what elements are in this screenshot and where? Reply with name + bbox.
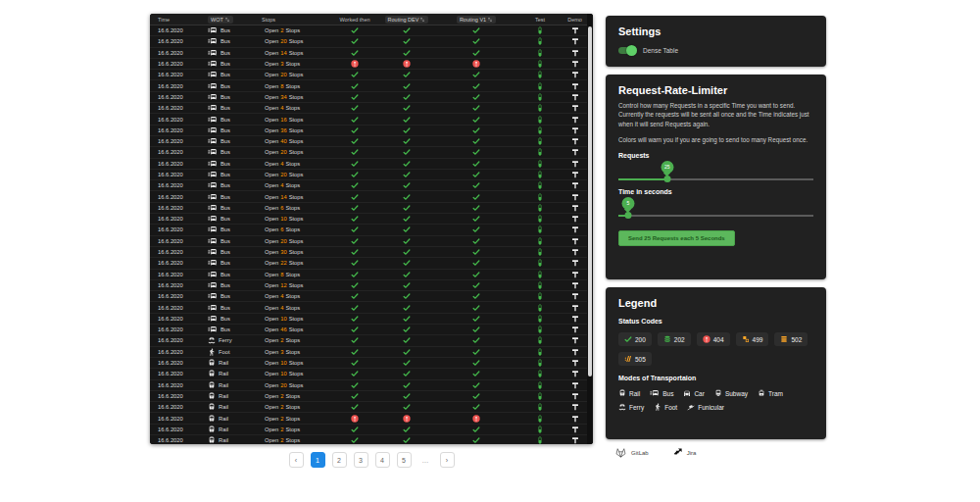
car-icon xyxy=(683,389,691,397)
test-cell xyxy=(517,82,563,90)
check-icon xyxy=(403,436,411,444)
transport-mode-bus: Bus xyxy=(650,389,673,397)
table-row: 16.6.2020BusOpen8Stops xyxy=(150,270,593,280)
test-cell xyxy=(517,104,563,112)
hammer-icon xyxy=(571,359,579,367)
routing-v1-status xyxy=(435,381,517,389)
hammer-icon xyxy=(571,436,579,444)
check-icon xyxy=(403,215,411,223)
bus-icon xyxy=(208,259,218,267)
send-requests-button[interactable]: Send 25 Requests each 5 Seconds xyxy=(618,230,735,246)
check-icon xyxy=(403,403,411,411)
next-page-button[interactable]: › xyxy=(440,452,455,468)
hammer-icon xyxy=(571,426,579,433)
wot-cell: Bus xyxy=(203,82,257,90)
routing-v1-status xyxy=(435,93,517,101)
page-button-3[interactable]: 3 xyxy=(354,452,368,468)
sort-button-routing-dev[interactable]: Routing DEV xyxy=(385,16,429,24)
check-icon xyxy=(403,204,411,212)
check-icon xyxy=(351,392,359,400)
check-icon xyxy=(403,104,411,112)
rate-limiter-warning: Colors will warn you if you are going to… xyxy=(618,135,813,144)
demo-cell xyxy=(563,403,587,411)
worked-then-status xyxy=(331,204,378,212)
page-button-5[interactable]: 5 xyxy=(397,452,412,468)
requests-slider[interactable]: 25 xyxy=(618,174,813,182)
hammer-icon xyxy=(571,403,579,411)
check-icon xyxy=(351,259,359,267)
routing-v1-status xyxy=(435,82,517,90)
demo-cell xyxy=(563,226,587,233)
routing-dev-status xyxy=(378,271,435,278)
stops-cell: Open20Stops xyxy=(257,38,331,44)
requests-slider-track[interactable] xyxy=(618,178,813,180)
time-slider-thumb[interactable] xyxy=(624,212,631,219)
footer-link-jira[interactable]: Jira xyxy=(672,447,697,458)
bus-icon xyxy=(208,160,218,168)
test-cell xyxy=(517,160,563,168)
test-tube-icon xyxy=(536,171,544,178)
table-scrollbar[interactable] xyxy=(587,14,593,444)
time-cell: 16.6.2020 xyxy=(150,138,203,144)
routing-v1-status xyxy=(435,348,517,356)
column-header-demo: Demo xyxy=(567,17,582,23)
check-icon xyxy=(351,226,359,233)
prev-page-button[interactable]: ‹ xyxy=(289,452,304,468)
time-slider-track[interactable] xyxy=(618,215,813,217)
demo-cell xyxy=(563,71,587,78)
routing-v1-status xyxy=(435,226,517,233)
bus-icon xyxy=(208,49,218,57)
wot-cell: Bus xyxy=(203,315,257,323)
demo-cell xyxy=(563,82,587,90)
table-row: 16.6.2020BusOpen14Stops xyxy=(150,48,593,59)
worked-then-status xyxy=(331,226,378,233)
time-cell: 16.6.2020 xyxy=(150,393,203,399)
sort-button-wot[interactable]: WOT xyxy=(208,16,233,24)
check-icon xyxy=(472,181,480,189)
time-slider[interactable]: 5 xyxy=(618,210,813,219)
footer-link-gitlab[interactable]: GitLab xyxy=(614,446,649,459)
hammer-icon xyxy=(571,137,579,145)
subway-icon xyxy=(714,389,722,397)
check-icon xyxy=(351,181,359,189)
dense-table-toggle[interactable]: Dense Table xyxy=(618,45,813,56)
routing-dev-status xyxy=(378,126,435,134)
routing-v1-status xyxy=(435,171,517,178)
hammer-icon xyxy=(571,148,579,156)
routing-dev-status xyxy=(378,26,435,34)
sort-button-routing-v1[interactable]: Routing V1 xyxy=(457,16,496,24)
requests-slider-thumb[interactable] xyxy=(663,176,670,182)
tram-icon xyxy=(758,389,765,397)
worked-then-status xyxy=(331,304,378,312)
worked-then-status xyxy=(331,426,378,433)
sort-icon xyxy=(419,17,425,23)
bus-icon xyxy=(208,116,218,124)
demo-cell xyxy=(563,204,587,212)
worked-then-status xyxy=(331,71,378,78)
page-button-2[interactable]: 2 xyxy=(332,452,347,468)
page-button-4[interactable]: 4 xyxy=(375,452,390,468)
check-icon xyxy=(472,392,480,400)
routing-dev-status xyxy=(378,336,435,344)
page-button-1[interactable]: 1 xyxy=(311,452,325,468)
routing-v1-status xyxy=(435,237,517,245)
bus-icon xyxy=(208,93,218,101)
test-tube-icon xyxy=(536,392,544,400)
wot-cell: Rail xyxy=(203,415,257,423)
hammer-icon xyxy=(571,26,579,34)
demo-cell xyxy=(563,49,587,57)
check-icon xyxy=(472,292,480,300)
check-icon xyxy=(403,326,411,333)
check-icon xyxy=(403,348,411,356)
column-header-stops: Stops xyxy=(262,17,275,23)
scrollbar-thumb[interactable] xyxy=(588,26,592,376)
time-cell: 16.6.2020 xyxy=(150,382,203,388)
stops-cell: Open4Stops xyxy=(257,105,331,111)
worked-then-status xyxy=(331,160,378,168)
routing-v1-status xyxy=(435,248,517,256)
check-icon xyxy=(351,237,359,245)
toggle-switch-icon[interactable] xyxy=(618,45,637,56)
bus-icon xyxy=(208,181,218,189)
time-cell: 16.6.2020 xyxy=(150,194,203,200)
time-value-balloon: 5 xyxy=(621,197,634,210)
